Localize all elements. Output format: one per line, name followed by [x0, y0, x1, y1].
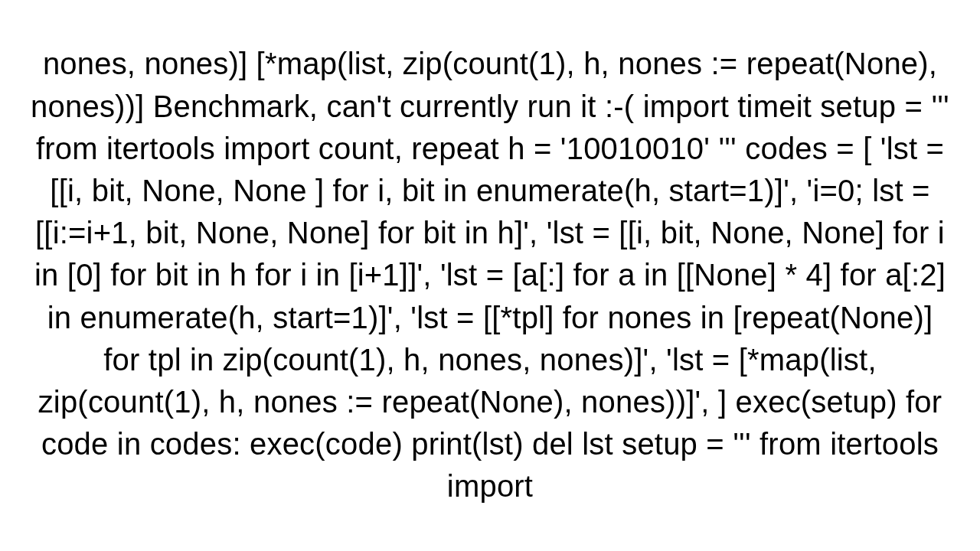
code-text-block: nones, nones)] [*map(list, zip(count(1),…: [31, 43, 949, 507]
